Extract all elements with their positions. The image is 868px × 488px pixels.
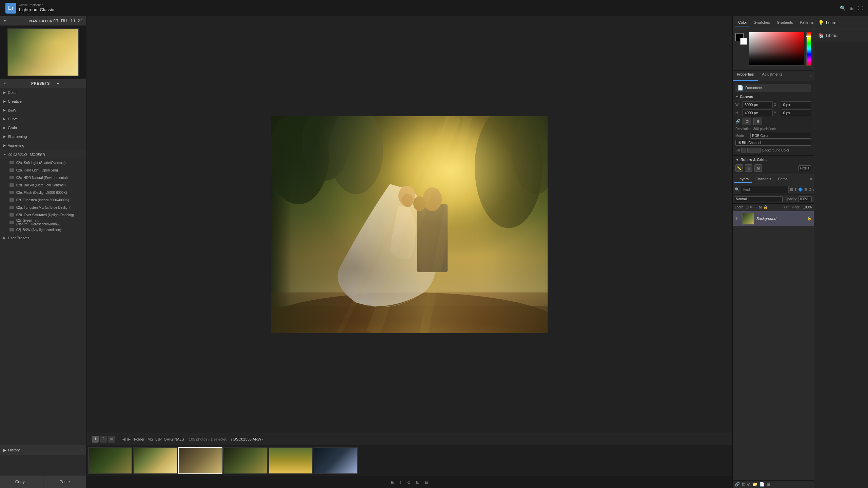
new-group-icon[interactable]: 📁 <box>752 482 757 487</box>
presets-add-button[interactable]: + <box>57 81 83 85</box>
list-item[interactable]: 02g. Tungsten Mix (w/ Blue Daylight) <box>0 204 86 211</box>
new-layer-icon[interactable]: 📄 <box>760 482 765 487</box>
layers-menu-icon[interactable]: ≡ <box>810 177 812 182</box>
filmstrip-thumb[interactable] <box>223 447 268 474</box>
list-item[interactable]: 02b. Hard Light (Open Sun) <box>0 166 86 174</box>
bottom-icon-4[interactable]: ⊡ <box>416 480 419 485</box>
x-input[interactable]: 0 px <box>781 101 811 108</box>
layer-visibility-icon[interactable]: 👁 <box>735 216 740 221</box>
presets-header[interactable]: ▼ Presets + <box>0 79 86 88</box>
link-layers-icon[interactable]: 🔗 <box>735 482 740 487</box>
filmstrip-prev-arrow[interactable]: ◀ <box>122 436 126 442</box>
learn-tab-header[interactable]: 💡 Learn <box>814 16 868 29</box>
filmstrip-thumb[interactable] <box>269 447 313 474</box>
list-item[interactable]: 02f. Tungsten (Indoor/3000-4000K) <box>0 196 86 204</box>
filmstrip-tab-2[interactable]: 2 <box>100 436 107 443</box>
add-fx-icon[interactable]: fx <box>742 482 745 487</box>
fg-bg-color-swatch[interactable] <box>735 33 747 45</box>
mode-select[interactable]: RGB Color <box>750 133 811 139</box>
layer-filter-icon-1[interactable]: ⊡ <box>790 187 793 192</box>
fullscreen-icon[interactable]: ⛶ <box>858 5 863 11</box>
zoom-fit[interactable]: FIT <box>53 19 58 23</box>
paste-button[interactable]: Paste <box>43 475 86 488</box>
list-item[interactable]: 02c. HDR Natural (Environmental) <box>0 174 86 181</box>
zoom-fill[interactable]: FILL <box>61 19 68 23</box>
search-icon[interactable]: 🔍 <box>840 5 846 11</box>
lock-all-icon[interactable]: 🔒 <box>763 205 768 209</box>
blend-mode-select[interactable]: Normal <box>735 196 783 202</box>
list-item[interactable]: 02h. Over Saturated (Uplight/Dancing) <box>0 211 86 219</box>
preset-group-curve-header[interactable]: ▶ Curve <box>0 115 86 123</box>
ruler-icon-2[interactable]: ⊞ <box>745 164 752 172</box>
preset-group-bw-header[interactable]: ▶ B&W <box>0 106 86 115</box>
layer-filter-icon-4[interactable]: ⊞ <box>804 187 807 192</box>
image-container[interactable] <box>86 16 732 433</box>
delete-layer-icon[interactable]: 🗑 <box>767 482 771 487</box>
zoom-2-1[interactable]: 2:1 <box>78 19 83 23</box>
preset-group-color-header[interactable]: ▶ Color <box>0 88 86 97</box>
layer-filter-icon-2[interactable]: T <box>794 187 797 192</box>
preset-group-sharpening-header[interactable]: ▶ Sharpening <box>0 132 86 141</box>
background-color[interactable] <box>740 38 747 45</box>
lock-paint-icon[interactable]: ✏ <box>750 205 753 209</box>
tab-layers[interactable]: Layers <box>734 176 752 183</box>
tab-adjustments[interactable]: Adjustments <box>758 71 787 81</box>
tab-paths[interactable]: Paths <box>775 176 791 183</box>
bottom-icon-5[interactable]: ⊟ <box>425 480 428 485</box>
filmstrip-thumb[interactable] <box>314 447 358 474</box>
navigator-thumbnail[interactable] <box>0 26 86 78</box>
lock-transparency-icon[interactable]: ⊡ <box>746 205 749 209</box>
libraries-tab-header[interactable]: 📚 Librar... <box>814 29 868 42</box>
tab-color[interactable]: Color <box>735 19 750 26</box>
height-input[interactable]: 4000 px <box>742 109 773 116</box>
preset-group-creative-header[interactable]: ▶ Creative <box>0 97 86 106</box>
filmstrip-tab-1[interactable]: 1 <box>92 436 99 443</box>
tab-gradients[interactable]: Gradients <box>773 19 796 26</box>
pixels-select[interactable]: Pixels <box>798 165 811 171</box>
copy-button[interactable]: Copy... <box>0 475 43 488</box>
add-mask-icon[interactable]: ⊙ <box>747 482 750 487</box>
canvas-w-icon[interactable]: ⊡ <box>743 118 751 125</box>
navigator-header[interactable]: ▼ Navigator FIT FILL 1:1 2:1 <box>0 16 86 26</box>
bottom-icon-1[interactable]: ⊞ <box>391 480 394 485</box>
layer-row[interactable]: 👁 Background 🔒 <box>733 211 814 226</box>
tab-swatches[interactable]: Swatches <box>750 19 773 26</box>
layout-icon[interactable]: ⊞ <box>850 5 854 11</box>
bottom-icon-3[interactable]: ⊙ <box>407 480 411 485</box>
ruler-icon-3[interactable]: ⊠ <box>754 164 762 172</box>
y-input[interactable]: 0 px <box>781 109 811 116</box>
preset-group-grain-header[interactable]: ▶ Grain <box>0 123 86 132</box>
lock-move-icon[interactable]: ✛ <box>754 205 757 209</box>
tab-channels[interactable]: Channels <box>752 176 774 183</box>
tab-properties[interactable]: Properties <box>733 71 758 81</box>
filmstrip-thumb[interactable] <box>88 447 132 474</box>
fill-checkbox[interactable] <box>741 148 746 152</box>
layers-search-input[interactable] <box>741 186 789 193</box>
list-item[interactable]: 02j. B&W (Any light condition) <box>0 226 86 233</box>
user-presets-header[interactable]: ▶ User Presets <box>0 233 86 242</box>
zoom-1-1[interactable]: 1:1 <box>71 19 75 23</box>
list-item[interactable]: 02e. Flash (Daylight/5000-6000K) <box>0 189 86 196</box>
filmstrip-next-arrow[interactable]: ▶ <box>127 436 131 442</box>
preset-group-vignetting-header[interactable]: ▶ Vignetting <box>0 141 86 150</box>
link-icon[interactable]: 🔗 <box>735 119 741 124</box>
vflo-header[interactable]: ▼ 00-02 VFLO - MODERN <box>0 150 86 159</box>
opacity-input[interactable] <box>798 196 812 202</box>
list-item[interactable]: 02i. Green Tint (Nature/Fluorescent/Wind… <box>0 219 86 226</box>
filmstrip-thumb[interactable] <box>133 447 177 474</box>
filmstrip-thumb-active[interactable] <box>178 447 222 474</box>
history-label[interactable]: History <box>8 448 20 452</box>
hue-slider[interactable] <box>806 32 811 66</box>
history-close-button[interactable]: × <box>80 448 83 452</box>
layer-filter-icon-3[interactable]: 🔷 <box>798 187 803 192</box>
canvas-h-icon[interactable]: ⊞ <box>753 118 762 125</box>
lock-artboard-icon[interactable]: ⊠ <box>759 205 762 209</box>
background-color-swatch[interactable] <box>747 148 761 152</box>
bottom-icon-2[interactable]: ↕ <box>400 480 402 485</box>
list-item[interactable]: 02d. Backlit (Flare/Low Contrast) <box>0 181 86 189</box>
ruler-icon-1[interactable]: 📏 <box>735 164 743 172</box>
list-item[interactable]: 02a. Soft Light (Shade/Overcast) <box>0 159 86 166</box>
layer-filter-icon-5[interactable]: ⊙ <box>809 187 812 192</box>
properties-panel-menu[interactable]: ≡ <box>809 74 812 78</box>
filmstrip-grid-tab[interactable]: ⊞ <box>108 436 115 443</box>
